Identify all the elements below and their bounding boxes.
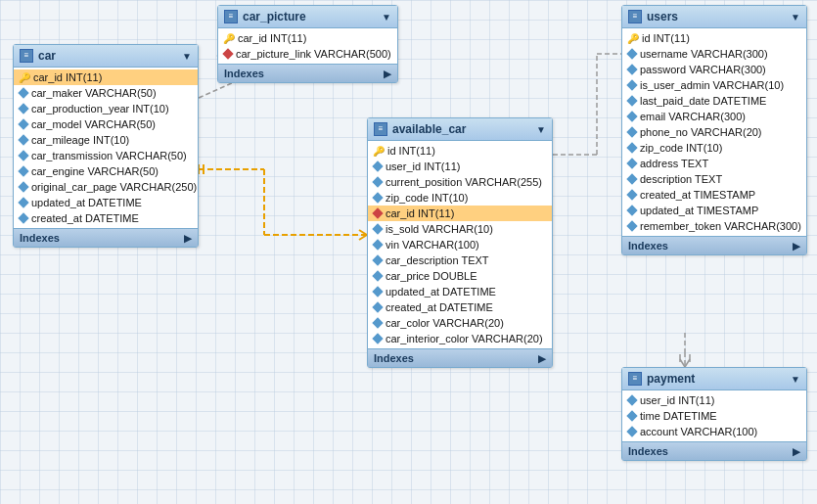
diamond-icon bbox=[372, 317, 383, 328]
diamond-icon bbox=[18, 212, 28, 223]
indexes-arrow-users: ▶ bbox=[793, 241, 800, 252]
table-indexes-available-car[interactable]: Indexes ▶ bbox=[368, 348, 552, 367]
field-avcar-id[interactable]: 🔑 id INT(11) bbox=[368, 143, 552, 159]
field-users-created_at[interactable]: created_at TIMESTAMP bbox=[622, 187, 806, 203]
field-car-car_production_year[interactable]: car_production_year INT(10) bbox=[14, 101, 198, 116]
table-car: car ▼ 🔑 car_id INT(11) car_maker VARCHAR… bbox=[13, 44, 199, 248]
field-users-updated_at[interactable]: updated_at TIMESTAMP bbox=[622, 203, 806, 218]
field-car-updated_at[interactable]: updated_at DATETIME bbox=[14, 195, 198, 210]
field-avcar-updated_at[interactable]: updated_at DATETIME bbox=[368, 284, 552, 299]
diamond-icon bbox=[626, 173, 637, 184]
table-users: users ▼ 🔑 id INT(11) username VARCHAR(30… bbox=[621, 5, 807, 255]
field-payment-time[interactable]: time DATETIME bbox=[622, 408, 806, 424]
table-payment: payment ▼ user_id INT(11) time DATETIME … bbox=[621, 367, 807, 461]
field-avcar-vin[interactable]: vin VARCHAR(100) bbox=[368, 237, 552, 252]
field-car-original_car_page[interactable]: original_car_page VARCHAR(250) bbox=[14, 179, 198, 195]
diamond-icon bbox=[372, 301, 383, 312]
svg-line-7 bbox=[359, 230, 367, 235]
table-fields-payment: user_id INT(11) time DATETIME account VA… bbox=[622, 390, 806, 441]
key-icon: 🔑 bbox=[374, 146, 384, 156]
field-avcar-current_position[interactable]: current_position VARCHAR(255) bbox=[368, 174, 552, 190]
table-fields-car: 🔑 car_id INT(11) car_maker VARCHAR(50) c… bbox=[14, 68, 198, 228]
field-car-car_model[interactable]: car_model VARCHAR(50) bbox=[14, 116, 198, 132]
diamond-icon bbox=[372, 192, 383, 203]
diamond-icon bbox=[626, 64, 637, 74]
field-avcar-car_price[interactable]: car_price DOUBLE bbox=[368, 268, 552, 284]
field-car-car_id[interactable]: 🔑 car_id INT(11) bbox=[14, 69, 198, 85]
key-icon: 🔑 bbox=[20, 72, 29, 82]
field-avcar-zip_code[interactable]: zip_code INT(10) bbox=[368, 190, 552, 206]
table-indexes-car[interactable]: Indexes ▶ bbox=[14, 228, 198, 247]
field-avcar-user_id[interactable]: user_id INT(11) bbox=[368, 159, 552, 174]
field-payment-user_id[interactable]: user_id INT(11) bbox=[622, 392, 806, 408]
table-car-picture: car_picture ▼ 🔑 car_id INT(11) car_pictu… bbox=[217, 5, 398, 83]
field-users-description[interactable]: description TEXT bbox=[622, 171, 806, 187]
indexes-arrow-payment: ▶ bbox=[793, 446, 800, 457]
table-dropdown-payment[interactable]: ▼ bbox=[791, 374, 800, 385]
diamond-icon bbox=[626, 205, 637, 215]
table-indexes-users[interactable]: Indexes ▶ bbox=[622, 236, 806, 254]
table-dropdown-users[interactable]: ▼ bbox=[791, 12, 800, 23]
indexes-arrow-car: ▶ bbox=[184, 233, 192, 244]
diamond-icon bbox=[626, 111, 637, 121]
field-carpic-car_id[interactable]: 🔑 car_id INT(11) bbox=[218, 30, 397, 46]
table-icon-available-car bbox=[374, 122, 387, 136]
field-car-created_at[interactable]: created_at DATETIME bbox=[14, 210, 198, 226]
diamond-icon bbox=[626, 410, 637, 421]
table-indexes-payment[interactable]: Indexes ▶ bbox=[622, 441, 806, 460]
diamond-red-icon bbox=[222, 48, 233, 59]
key-icon: 🔑 bbox=[224, 33, 234, 43]
table-header-available-car[interactable]: available_car ▼ bbox=[368, 118, 552, 141]
field-car-car_engine[interactable]: car_engine VARCHAR(50) bbox=[14, 163, 198, 179]
diamond-icon bbox=[372, 254, 383, 265]
field-users-username[interactable]: username VARCHAR(300) bbox=[622, 46, 806, 62]
svg-line-8 bbox=[359, 235, 367, 240]
field-users-zip_code[interactable]: zip_code INT(10) bbox=[622, 140, 806, 156]
field-users-email[interactable]: email VARCHAR(300) bbox=[622, 109, 806, 124]
field-avcar-car_interior_color[interactable]: car_interior_color VARCHAR(20) bbox=[368, 331, 552, 346]
field-car-car_transmission[interactable]: car_transmission VARCHAR(50) bbox=[14, 148, 198, 163]
table-icon-car bbox=[20, 49, 33, 63]
field-avcar-car_description[interactable]: car_description TEXT bbox=[368, 252, 552, 268]
table-title-available-car: available_car bbox=[392, 122, 466, 136]
field-users-is_user_admin[interactable]: is_user_admin VARCHAR(10) bbox=[622, 77, 806, 93]
field-avcar-car_color[interactable]: car_color VARCHAR(20) bbox=[368, 315, 552, 331]
field-users-remember_token[interactable]: remember_token VARCHAR(300) bbox=[622, 218, 806, 234]
field-car-car_maker[interactable]: car_maker VARCHAR(50) bbox=[14, 85, 198, 101]
table-indexes-car-picture[interactable]: Indexes ▶ bbox=[218, 64, 397, 82]
diamond-icon bbox=[626, 126, 637, 137]
field-users-phone_no[interactable]: phone_no VARCHAR(20) bbox=[622, 124, 806, 140]
field-payment-account[interactable]: account VARCHAR(100) bbox=[622, 424, 806, 439]
field-users-id[interactable]: 🔑 id INT(11) bbox=[622, 30, 806, 46]
table-icon-users bbox=[628, 10, 642, 23]
diamond-icon bbox=[626, 48, 637, 59]
table-dropdown-car-picture[interactable]: ▼ bbox=[382, 12, 391, 23]
svg-line-19 bbox=[680, 359, 685, 367]
table-header-payment[interactable]: payment ▼ bbox=[622, 368, 806, 390]
diamond-icon bbox=[626, 220, 637, 231]
table-dropdown-available-car[interactable]: ▼ bbox=[536, 124, 546, 135]
field-users-address[interactable]: address TEXT bbox=[622, 156, 806, 171]
diamond-icon bbox=[18, 181, 28, 192]
diamond-icon bbox=[18, 87, 28, 98]
diamond-icon bbox=[372, 160, 383, 171]
table-dropdown-car[interactable]: ▼ bbox=[182, 51, 192, 62]
field-avcar-is_sold[interactable]: is_sold VARCHAR(10) bbox=[368, 221, 552, 237]
diamond-icon bbox=[18, 134, 28, 145]
table-header-users[interactable]: users ▼ bbox=[622, 6, 806, 28]
diamond-icon bbox=[372, 223, 383, 234]
field-users-last_paid_date[interactable]: last_paid_date DATETIME bbox=[622, 93, 806, 109]
field-avcar-car_id[interactable]: car_id INT(11) bbox=[368, 206, 552, 221]
table-title-payment: payment bbox=[647, 372, 695, 386]
table-header-car[interactable]: car ▼ bbox=[14, 45, 198, 68]
field-car-car_mileage[interactable]: car_mileage INT(10) bbox=[14, 132, 198, 148]
field-carpic-link[interactable]: car_picture_link VARCHAR(500) bbox=[218, 46, 397, 62]
field-users-password[interactable]: password VARCHAR(300) bbox=[622, 62, 806, 77]
diamond-icon bbox=[372, 286, 383, 297]
indexes-arrow-car-picture: ▶ bbox=[384, 69, 391, 79]
diamond-icon bbox=[372, 333, 383, 344]
table-fields-available-car: 🔑 id INT(11) user_id INT(11) current_pos… bbox=[368, 141, 552, 348]
table-header-car-picture[interactable]: car_picture ▼ bbox=[218, 6, 397, 28]
field-avcar-created_at[interactable]: created_at DATETIME bbox=[368, 299, 552, 315]
diamond-icon bbox=[18, 165, 28, 176]
